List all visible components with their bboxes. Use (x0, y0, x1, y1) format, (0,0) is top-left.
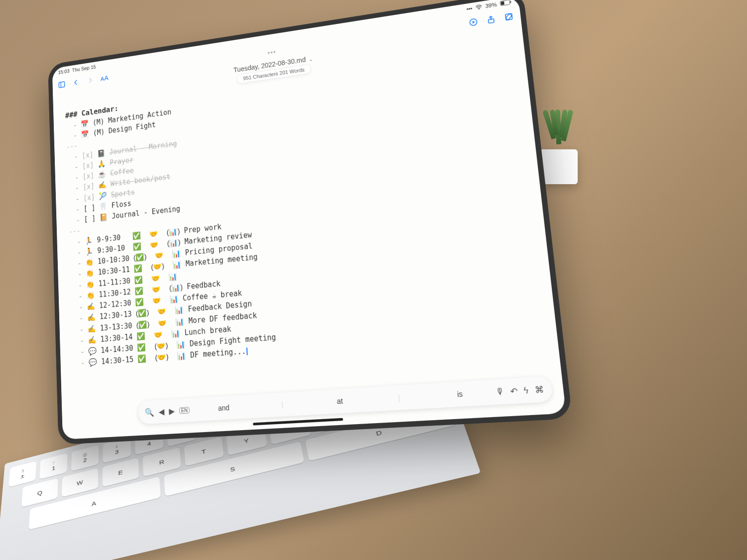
compose-icon[interactable] (503, 11, 514, 22)
sidebar-toggle-icon[interactable] (57, 80, 66, 90)
suggestion-2[interactable]: at (337, 397, 343, 406)
language-pill[interactable]: EN (179, 407, 189, 414)
back-icon[interactable] (72, 78, 80, 88)
bolt-icon[interactable]: ϟ (522, 385, 530, 396)
prev-icon[interactable]: ◀ (158, 407, 164, 417)
chevron-down-icon[interactable]: ⌄ (309, 56, 313, 62)
status-time: 15:03 (58, 68, 69, 75)
screen: 15:03 Thu Sep 15 ••• 39% (52, 0, 566, 440)
more-icon[interactable]: ••• (267, 49, 276, 57)
svg-rect-2 (500, 1, 504, 5)
svg-marker-7 (473, 20, 475, 24)
svg-rect-4 (59, 82, 65, 88)
share-icon[interactable] (485, 14, 497, 25)
undo-icon[interactable]: ↶ (509, 385, 518, 396)
text-style-icon[interactable]: ᴀA (100, 73, 109, 83)
next-icon[interactable]: ▶ (169, 406, 175, 416)
play-icon[interactable] (468, 16, 479, 28)
suggestion-1[interactable]: and (218, 404, 230, 413)
forward-icon[interactable] (86, 75, 95, 85)
search-icon[interactable]: 🔍 (144, 407, 154, 417)
battery-icon (499, 0, 512, 7)
svg-point-0 (479, 8, 480, 9)
svg-rect-8 (488, 19, 494, 23)
battery-text: 39% (485, 1, 497, 9)
svg-rect-3 (510, 0, 511, 3)
command-icon[interactable]: ⌘ (534, 384, 544, 395)
suggestion-3[interactable]: is (457, 390, 463, 399)
mic-icon[interactable]: 🎙︎ (495, 387, 505, 397)
wifi-icon (475, 3, 483, 11)
ipad-device: 15:03 Thu Sep 15 ••• 39% (48, 0, 572, 445)
